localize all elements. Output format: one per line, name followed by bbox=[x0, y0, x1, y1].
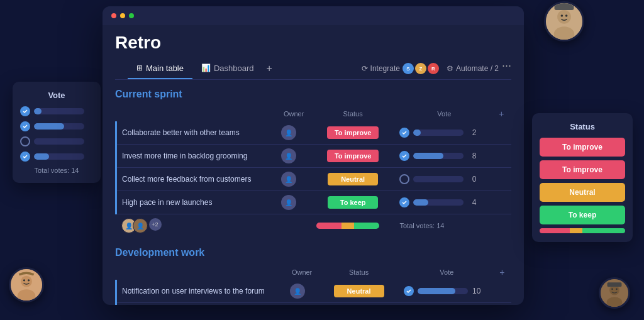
col-status-1: Status bbox=[311, 106, 395, 121]
vote-bar-r4 bbox=[413, 199, 464, 206]
footer-more-badge: +2 bbox=[149, 218, 162, 231]
col-add-1[interactable]: + bbox=[494, 106, 511, 121]
integrate-label: Integrate bbox=[370, 64, 400, 73]
integrate-button[interactable]: ⟳ Integrate S Z R bbox=[362, 63, 439, 74]
status-item-2: To improve bbox=[540, 160, 625, 179]
svg-point-1 bbox=[557, 10, 571, 24]
vote-check-1[interactable] bbox=[20, 106, 30, 116]
vote-check-2[interactable] bbox=[20, 121, 30, 131]
svg-point-15 bbox=[616, 289, 618, 290]
dashboard-icon: 📊 bbox=[201, 63, 211, 72]
tab-dashboard-label: Dashboard bbox=[214, 63, 254, 73]
status-badge-2: To improve bbox=[327, 150, 379, 162]
vote-count-r2: 8 bbox=[467, 152, 476, 160]
summary-bar-1 bbox=[316, 223, 379, 229]
tab-main-table[interactable]: ⊞ Main table bbox=[128, 58, 192, 79]
right-status-panel: Status To improve To improve Neutral To … bbox=[532, 113, 633, 242]
vote-cell-2: 8 bbox=[399, 151, 489, 161]
tab-dashboard[interactable]: 📊 Dashboard bbox=[192, 58, 263, 79]
section-development-work: Development work bbox=[115, 247, 511, 258]
vote-cell-4: 4 bbox=[399, 197, 489, 207]
left-vote-panel: Vote Total votes: 14 bbox=[13, 82, 101, 183]
task-name-cell: High pace in new launches bbox=[116, 191, 277, 214]
svg-rect-5 bbox=[555, 3, 574, 10]
vote-check-r1[interactable] bbox=[399, 128, 409, 138]
vote-bar-1 bbox=[34, 108, 84, 114]
int-avatar-3: R bbox=[428, 63, 439, 74]
task-name-cell: Catch up with code testing bbox=[116, 303, 286, 306]
tabs-bar: ⊞ Main table 📊 Dashboard + ⟳ Integrate S… bbox=[115, 58, 511, 80]
vote-check-r2[interactable] bbox=[399, 151, 409, 161]
owner-avatar-1: 👤 bbox=[281, 125, 296, 140]
dot-yellow[interactable] bbox=[120, 13, 125, 18]
tab-add-button[interactable]: + bbox=[263, 58, 276, 79]
footer-avatar-2: 👤 bbox=[133, 218, 148, 233]
col-add-dev[interactable]: + bbox=[494, 265, 511, 280]
owner-avatar-3: 👤 bbox=[281, 172, 296, 187]
vote-cell-3: 0 bbox=[399, 174, 489, 184]
dev-work-table: Owner Status Vote + Notification on user… bbox=[115, 265, 511, 305]
current-sprint-table: Owner Status Vote + Collaborate better w… bbox=[115, 106, 511, 237]
table-row: Notification on user interviews to the f… bbox=[116, 280, 512, 303]
section1-footer: 👤 👤 +2 Total votes: bbox=[116, 214, 512, 238]
vote-count-dev-1: 10 bbox=[472, 287, 480, 295]
vote-cell-dev-1: 10 bbox=[404, 286, 489, 296]
table-row: Collect more feedback from customers 👤 N… bbox=[116, 168, 512, 191]
table-row: Invest more time in backlog grooming 👤 T… bbox=[116, 145, 512, 168]
vote-check-empty-3[interactable] bbox=[20, 136, 30, 146]
vote-check-dev-1[interactable] bbox=[404, 286, 414, 296]
window-content: Current sprint Owner Status Vote + Colla… bbox=[103, 80, 524, 305]
table-row: High pace in new launches 👤 To keep 4 bbox=[116, 191, 512, 214]
avatar-bottom-left bbox=[9, 267, 44, 302]
svg-rect-16 bbox=[608, 282, 622, 287]
col-vote-1: Vote bbox=[394, 106, 494, 121]
add-col-icon-dev[interactable]: + bbox=[499, 267, 504, 277]
vote-item-1 bbox=[20, 106, 93, 116]
section-current-sprint: Current sprint bbox=[115, 89, 511, 100]
dot-green[interactable] bbox=[129, 13, 134, 18]
status-item-4: To keep bbox=[540, 206, 625, 224]
vote-check-4[interactable] bbox=[20, 152, 30, 162]
footer-avatars-1: 👤 👤 +2 bbox=[121, 218, 272, 233]
table-row: Collaborate better with other teams 👤 To… bbox=[116, 121, 512, 145]
left-panel-total: Total votes: 14 bbox=[20, 167, 93, 174]
vote-bar-dev-1 bbox=[418, 288, 468, 294]
owner-avatar-4: 👤 bbox=[281, 195, 296, 210]
vote-count-r3: 0 bbox=[467, 175, 476, 184]
automate-button[interactable]: ⚙ Automate / 2 bbox=[447, 64, 499, 73]
int-avatar-2: Z bbox=[415, 63, 426, 74]
status-item-3: Neutral bbox=[540, 183, 625, 202]
col-status-dev: Status bbox=[319, 265, 399, 280]
vote-bar-r3 bbox=[413, 176, 464, 182]
owner-avatar-dev-1: 👤 bbox=[290, 284, 305, 299]
col-task bbox=[116, 106, 277, 121]
page-title: Retro bbox=[115, 33, 511, 53]
vote-item-4 bbox=[20, 152, 93, 162]
vote-check-r4[interactable] bbox=[399, 197, 409, 207]
vote-check-r3[interactable] bbox=[399, 174, 409, 184]
int-avatar-1: S bbox=[402, 63, 414, 74]
svg-point-4 bbox=[565, 14, 568, 17]
table-row: Catch up with code testing 👤 To improve … bbox=[116, 303, 512, 306]
col-task-dev bbox=[116, 265, 286, 280]
avatar-bottom-right bbox=[599, 277, 630, 309]
titlebar bbox=[103, 6, 524, 25]
add-col-icon-1[interactable]: + bbox=[499, 109, 504, 119]
more-menu-button[interactable]: ... bbox=[502, 57, 511, 70]
total-votes-1: Total votes: 14 bbox=[399, 222, 444, 229]
vote-count-r1: 2 bbox=[467, 128, 476, 137]
status-badge-4: To keep bbox=[328, 196, 378, 209]
right-panel-summary-bar bbox=[540, 228, 625, 233]
vote-item-3 bbox=[20, 136, 93, 146]
automate-icon: ⚙ bbox=[447, 64, 453, 73]
main-window: Retro ... ⊞ Main table 📊 Dashboard + ⟳ I… bbox=[103, 6, 524, 305]
window-header: Retro ... ⊞ Main table 📊 Dashboard + ⟳ I… bbox=[103, 25, 524, 80]
status-badge-3: Neutral bbox=[328, 173, 378, 185]
dot-red[interactable] bbox=[111, 13, 116, 18]
table-icon: ⊞ bbox=[136, 63, 143, 72]
vote-item-2 bbox=[20, 121, 93, 131]
col-owner-dev: Owner bbox=[285, 265, 318, 280]
svg-point-14 bbox=[611, 289, 613, 290]
svg-point-3 bbox=[561, 14, 564, 17]
tab-actions: ⟳ Integrate S Z R ⚙ Automate / 2 bbox=[362, 63, 499, 74]
